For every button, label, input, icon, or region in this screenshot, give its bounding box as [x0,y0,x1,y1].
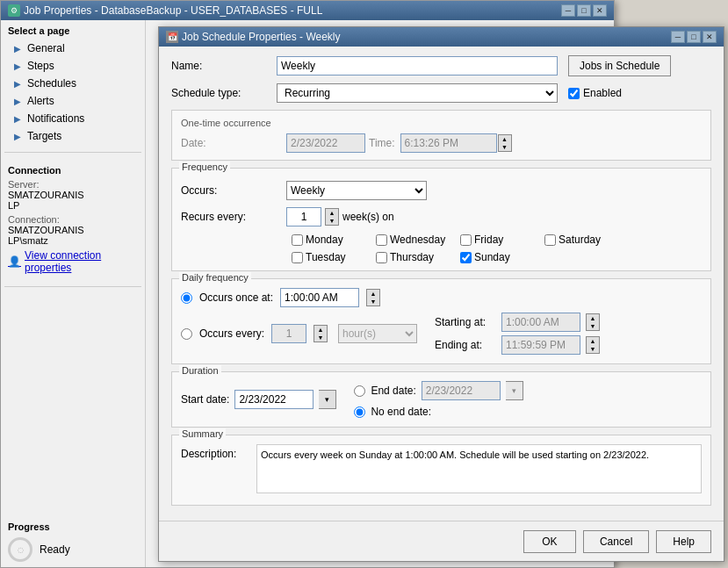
start-date-input[interactable] [234,390,314,409]
ending-spin-down: ▼ [587,345,599,353]
occurs-once-radio[interactable] [181,292,192,304]
starting-at-label: Starting at: [435,316,496,328]
schedule-type-select[interactable]: Once Recurring Start automatically when … [277,83,558,103]
sidebar-item-schedules[interactable]: ▶ Schedules [1,75,145,92]
sidebar-item-targets[interactable]: ▶ Targets [1,127,145,145]
end-date-radio[interactable] [354,385,365,397]
jobs-in-schedule-button[interactable]: Jobs in Schedule [568,55,671,76]
name-row: Name: Jobs in Schedule [171,55,711,76]
inner-maximize-button[interactable]: □ [687,31,701,43]
monday-checkbox[interactable] [292,234,303,246]
summary-row: Description: Occurs every week on Sunday… [181,444,702,496]
notifications-icon: ▶ [11,112,24,125]
monday-label: Monday [306,234,343,246]
end-date-picker-button: ▾ [506,381,523,400]
tuesday-label: Tuesday [306,251,346,263]
starting-ending-area: Starting at: ▲ ▼ Ending at: ▲ ▼ [435,313,600,355]
steps-icon: ▶ [11,60,24,72]
starting-spin-down: ▼ [587,322,599,330]
sidebar-label-notifications: Notifications [27,112,84,125]
occurs-once-time-input[interactable] [280,288,359,307]
frequency-section: Frequency Occurs: Daily Weekly Monthly R… [171,168,711,271]
connection-label: Connection: [8,214,138,225]
tuesday-checkbox[interactable] [292,252,303,263]
no-end-date-label: No end date: [371,406,431,418]
once-spin-down[interactable]: ▼ [367,298,379,306]
server-label: Server: [8,179,138,190]
sidebar-divider [4,152,141,153]
description-textarea: Occurs every week on Sunday at 1:00:00 A… [256,444,702,493]
wednesday-checkbox[interactable] [376,234,387,246]
outer-title-icon: ⚙ [8,4,20,17]
duration-title: Duration [179,365,221,376]
inner-window-title: Job Schedule Properties - Weekly [182,31,341,43]
view-connection-link[interactable]: 👤 View connection properties [8,249,138,274]
start-date-picker-button[interactable]: ▾ [319,390,336,409]
time-spin-down: ▼ [499,143,511,151]
wednesday-label: Wednesday [390,234,445,246]
friday-checkbox[interactable] [460,234,472,246]
ok-button[interactable]: OK [523,530,576,553]
ending-spin-up: ▲ [587,337,599,345]
occurs-every-radio[interactable] [181,328,192,340]
inner-body: Name: Jobs in Schedule Schedule type: On… [159,47,724,521]
occurs-once-spinner[interactable]: ▲ ▼ [366,289,380,306]
starting-at-row: Starting at: ▲ ▼ [435,313,600,332]
occurs-label: Occurs: [181,184,286,197]
daily-frequency-section: Daily frequency Occurs once at: ▲ ▼ Occu… [171,278,711,364]
sidebar-item-general[interactable]: ▶ General [1,40,145,57]
sunday-checkbox[interactable] [460,252,472,263]
thursday-checkbox[interactable] [376,252,387,263]
day-saturday: Saturday [544,234,623,246]
enabled-area: Enabled [568,87,622,99]
sidebar-item-alerts[interactable]: ▶ Alerts [1,92,145,110]
day-friday: Friday [460,234,539,246]
every-spin-up: ▲ [314,326,327,334]
outer-close-button[interactable]: ✕ [593,4,607,17]
recurs-spin-up[interactable]: ▲ [326,209,338,217]
hour-unit-select: hour(s) minute(s) second(s) [338,324,417,343]
name-control-area: Jobs in Schedule [277,55,711,76]
one-time-time-spinner: ▲ ▼ [498,134,512,152]
once-spin-up[interactable]: ▲ [367,290,379,298]
sidebar-item-steps[interactable]: ▶ Steps [1,57,145,75]
cancel-button[interactable]: Cancel [583,530,649,553]
name-input[interactable] [277,56,558,75]
connection-title: Connection [8,165,138,176]
every-spin-down: ▼ [314,334,327,342]
one-time-row: Date: Time: ▲ ▼ [181,133,702,153]
sidebar-label-schedules: Schedules [27,77,76,90]
saturday-checkbox[interactable] [544,234,556,246]
outer-titlebar: ⚙ Job Properties - DatabaseBackup - USER… [1,1,614,20]
enabled-checkbox[interactable] [568,88,580,99]
sidebar-divider-2 [4,286,141,287]
no-end-date-radio[interactable] [354,406,365,418]
outer-maximize-button[interactable]: □ [577,4,591,17]
ending-at-input [501,335,580,355]
outer-minimize-button[interactable]: ─ [561,4,575,17]
ending-spinner: ▲ ▼ [586,336,600,354]
occurs-every-container: Occurs every: ▲ ▼ hour(s) minute(s) seco… [181,313,702,355]
day-sunday: Sunday [460,251,539,263]
inner-close-button[interactable]: ✕ [703,31,717,43]
week-unit: week(s) on [342,211,394,223]
occurs-select[interactable]: Daily Weekly Monthly [286,181,427,200]
inner-titlebar: 📅 Job Schedule Properties - Weekly ─ □ ✕ [159,27,724,47]
one-time-date-area: Time: ▲ ▼ [286,133,702,153]
inner-minimize-button[interactable]: ─ [671,31,685,43]
recurs-spinner[interactable]: ▲ ▼ [325,208,339,226]
recurs-input[interactable] [286,207,321,226]
sidebar-label-targets: Targets [27,130,61,142]
help-button[interactable]: Help [656,530,711,553]
no-end-date-row: No end date: [354,406,523,418]
recurs-label: Recurs every: [181,211,286,223]
recurs-spin-down[interactable]: ▼ [326,217,338,225]
day-monday: Monday [292,234,371,246]
sidebar-item-notifications[interactable]: ▶ Notifications [1,110,145,127]
occurs-row: Occurs: Daily Weekly Monthly [181,181,702,200]
sidebar-label-general: General [27,42,65,54]
name-label: Name: [171,60,277,72]
inner-footer: OK Cancel Help [159,521,724,561]
link-icon: 👤 [8,255,21,268]
duration-row: Start date: ▾ End date: ▾ No end date: [181,381,702,418]
